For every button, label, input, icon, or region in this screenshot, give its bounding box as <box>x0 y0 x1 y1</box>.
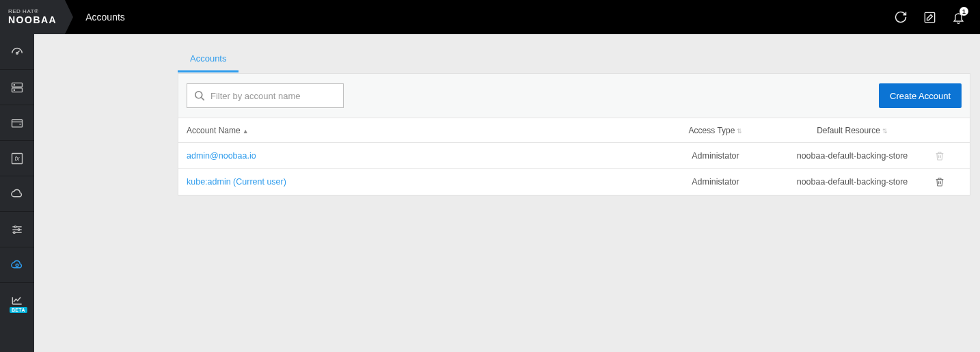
tab-accounts[interactable]: Accounts <box>178 46 239 72</box>
sort-icon: ⇅ <box>882 128 888 135</box>
sidebar-item-dashboard[interactable] <box>0 34 34 70</box>
search-input-wrap[interactable] <box>187 83 344 108</box>
tabs: Accounts <box>178 46 970 73</box>
create-account-button[interactable]: Create Account <box>879 83 962 108</box>
default-resource: noobaa-default-backing-store <box>770 151 934 161</box>
col-header-resource[interactable]: Default Resource⇅ <box>770 126 934 135</box>
trash-icon[interactable] <box>934 176 962 187</box>
notification-badge: 1 <box>959 7 968 16</box>
svg-rect-0 <box>925 12 934 22</box>
svg-point-15 <box>16 264 18 267</box>
trash-icon <box>934 150 962 161</box>
accounts-panel: Create Account Account Name▲ Access Type… <box>178 73 970 195</box>
sort-asc-icon: ▲ <box>243 128 249 135</box>
table-row: admin@noobaa.io Administator noobaa-defa… <box>178 143 970 169</box>
access-type: Administator <box>661 151 770 161</box>
sidebar-item-analytics[interactable]: BETA <box>0 283 34 319</box>
gauge-icon <box>10 44 25 59</box>
sidebar-item-storage[interactable] <box>0 70 34 105</box>
chart-line-icon <box>10 294 24 308</box>
topbar-actions: 1 <box>894 10 980 24</box>
svg-point-4 <box>14 84 14 85</box>
page-title: Accounts <box>85 12 125 23</box>
search-input[interactable] <box>210 91 338 101</box>
svg-line-17 <box>202 98 204 100</box>
sort-icon: ⇅ <box>737 128 742 135</box>
svg-point-14 <box>14 231 16 233</box>
svg-point-12 <box>14 226 16 228</box>
account-link[interactable]: kube:admin (Current user) <box>187 177 286 187</box>
topbar: RED HAT® NOOBAA Accounts 1 <box>0 0 980 34</box>
beta-badge: BETA <box>10 307 27 313</box>
wallet-icon <box>10 116 24 130</box>
refresh-icon[interactable] <box>894 10 908 24</box>
cloud-sync-icon <box>10 187 25 202</box>
svg-text:fx: fx <box>14 155 20 162</box>
svg-rect-6 <box>12 120 23 127</box>
sidebar-item-settings[interactable] <box>0 212 34 247</box>
storage-icon <box>10 81 24 94</box>
access-type: Administator <box>661 177 770 187</box>
default-resource: noobaa-default-backing-store <box>770 177 934 187</box>
col-header-access[interactable]: Access Type⇅ <box>661 126 770 135</box>
account-link[interactable]: admin@noobaa.io <box>187 151 256 161</box>
col-header-name[interactable]: Account Name▲ <box>187 126 661 135</box>
table-row: kube:admin (Current user) Administator n… <box>178 169 970 195</box>
svg-point-13 <box>18 228 20 230</box>
sliders-icon <box>10 223 24 236</box>
accounts-icon <box>10 258 25 273</box>
main-content: Accounts Create Account Account Name▲ Ac… <box>34 34 980 352</box>
bell-icon[interactable]: 1 <box>951 10 965 24</box>
sidebar-item-cloud[interactable] <box>0 176 34 212</box>
search-icon <box>193 89 206 103</box>
sidebar-item-accounts[interactable] <box>0 247 34 283</box>
svg-point-5 <box>14 90 14 90</box>
brand-line2: NOOBAA <box>8 15 57 25</box>
table-header: Account Name▲ Access Type⇅ Default Resou… <box>178 118 970 143</box>
brand-logo[interactable]: RED HAT® NOOBAA <box>0 0 65 34</box>
svg-point-16 <box>195 92 202 98</box>
edit-icon[interactable] <box>923 10 936 24</box>
sidebar-item-functions[interactable]: fx <box>0 141 34 176</box>
function-icon: fx <box>10 152 24 165</box>
sidebar-item-buckets[interactable] <box>0 105 34 141</box>
toolbar: Create Account <box>178 74 970 118</box>
sidebar: fx BETA <box>0 34 34 352</box>
